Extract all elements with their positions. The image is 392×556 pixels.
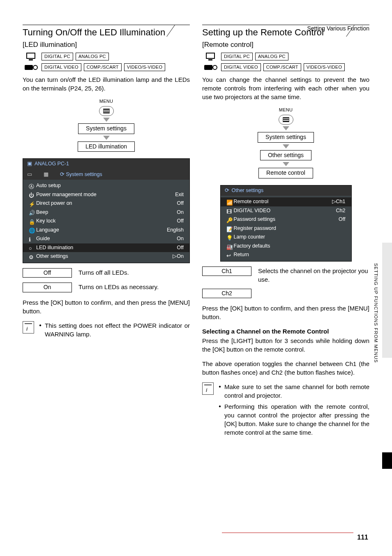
osd-row: 💡Lamp counter (221, 233, 351, 242)
svg-point-7 (213, 65, 217, 70)
option-box: Ch1 (202, 266, 251, 276)
osd-row: 📶Remote control▷Ch1 (221, 197, 351, 206)
note-item: Make sure to set the same channel for bo… (219, 382, 369, 400)
note-icon (202, 382, 214, 395)
arrow-down-icon (103, 118, 110, 122)
right-column: Setting up the Remote Control [Remote co… (202, 25, 369, 540)
option-box: Off (23, 268, 72, 278)
badge: DIGITAL PC (221, 53, 253, 60)
path-step: System settings (258, 132, 314, 143)
badge: DIGITAL VIDEO (221, 63, 261, 71)
badge: ANALOG PC (76, 53, 109, 60)
description-right: You can change the channel settings to p… (202, 75, 369, 101)
osd-row: 🔑Password settingsOff (221, 215, 351, 224)
note-left: This setting does not effect the POWER i… (23, 321, 190, 341)
sub-p1: Press the [LIGHT] button for 3 seconds w… (202, 336, 369, 354)
option-desc: Selects the channel on the projector you… (258, 266, 369, 284)
svg-rect-6 (204, 65, 212, 70)
option-box: Ch2 (202, 289, 251, 299)
subheading-right: Selecting a Channel on the Remote Contro… (202, 327, 369, 336)
osd-tab-label: System settings (66, 171, 102, 177)
badge: COMP./SCART (263, 63, 301, 71)
path-step: Remote control (258, 168, 313, 178)
osd-header-text: Other settings (232, 187, 264, 195)
osd-row: 🌐LanguageEnglish (23, 226, 189, 235)
osd-row: 🎞DIGITAL VIDEOCh2 (221, 206, 351, 215)
osd-tabs: ▭▦⟳ System settings (23, 169, 189, 180)
osd-row: 🔊BeepOn (23, 208, 189, 217)
badge-row-pc: DIGITAL PC ANALOG PC (23, 52, 190, 61)
page-number: 111 (357, 533, 368, 542)
osd-row: ⚙Other settings▷On (23, 252, 189, 261)
menu-path-left: MENU System settings LED illumination (23, 98, 190, 152)
option-row: OffTurns off all LEDs. (23, 268, 190, 278)
arrow-down-icon (103, 136, 110, 140)
arrow-down-icon (283, 126, 289, 130)
osd-row: ⒶAuto setup (23, 181, 189, 190)
osd-header-text: ANALOG PC-1 (35, 160, 69, 168)
badge: COMP./SCART (84, 63, 122, 71)
section-title-right: Setting up the Remote Control (202, 25, 369, 39)
option-desc: Turns on LEDs as necessary. (78, 283, 190, 291)
description-left: You can turn on/off the LED illumination… (23, 75, 190, 93)
svg-rect-2 (25, 65, 33, 70)
svg-rect-5 (208, 59, 212, 60)
arrow-down-icon (283, 162, 289, 166)
path-step: Other settings (260, 150, 311, 161)
after-text-left: Press the [OK] button to confirm, and th… (23, 298, 190, 315)
badge: DIGITAL VIDEO (42, 63, 81, 71)
path-step: System settings (78, 123, 134, 134)
svg-rect-0 (27, 53, 35, 58)
section-subhead-left: [LED illumination] (23, 40, 190, 50)
option-row: Ch1Selects the channel on the projector … (202, 266, 369, 284)
osd-row: 🏭Factory defaults (221, 242, 351, 251)
menu-button-icon (279, 115, 293, 125)
svg-rect-4 (206, 53, 214, 58)
left-column: Turning On/Off the LED Illumination [LED… (23, 25, 190, 540)
osd-row: 📝Register password (221, 224, 351, 233)
osd-row: ⏻Power management modeExit (23, 190, 189, 199)
section-subhead-right: [Remote control] (202, 40, 369, 50)
note-text: This setting does not effect the POWER i… (45, 321, 190, 338)
arrow-down-icon (283, 144, 289, 148)
badge-row-video: DIGITAL VIDEO COMP./SCART VIDEO/S-VIDEO (23, 63, 190, 72)
menu-path-right: MENU System settings Other settings Remo… (202, 107, 369, 178)
note-icon (23, 321, 34, 334)
video-icon (202, 63, 219, 72)
option-row: Ch2 (202, 289, 369, 299)
osd-header: ▣ ANALOG PC-1 (23, 159, 189, 169)
sub-p2: The above operation toggles the channel … (202, 359, 369, 377)
badge: VIDEO/S-VIDEO (124, 63, 165, 71)
option-desc: Turns off all LEDs. (78, 268, 190, 277)
osd-row: ⚡Direct power onOff (23, 199, 189, 208)
option-row: OnTurns on LEDs as necessary. (23, 283, 190, 292)
svg-point-3 (33, 65, 37, 70)
page-number-rule (222, 533, 353, 533)
menu-label: MENU (279, 107, 293, 113)
menu-label: MENU (99, 98, 113, 104)
menu-button-icon (99, 106, 114, 116)
osd-row: ○LED illuminationOff (23, 243, 189, 253)
pc-icon (23, 52, 39, 61)
osd-row: ↩Return (221, 250, 351, 259)
osd-row: ℹGuideOn (23, 234, 189, 243)
after-text-right: Press the [OK] button to confirm, and th… (202, 304, 369, 321)
path-step: LED illumination (78, 141, 135, 152)
osd-screenshot-right: ⟳ Other settings 📶Remote control▷Ch1🎞DIG… (220, 185, 352, 262)
note-right: Make sure to set the same channel for bo… (202, 382, 369, 439)
badge: VIDEO/S-VIDEO (304, 63, 345, 71)
pc-icon (202, 52, 219, 61)
osd-row: 🔒Key lockOff (23, 217, 189, 226)
badge: ANALOG PC (255, 53, 288, 60)
osd-screenshot-left: ▣ ANALOG PC-1 ▭▦⟳ System settings ⒶAuto … (23, 158, 190, 263)
badge-row-pc: DIGITAL PC ANALOG PC (202, 52, 369, 61)
section-title-left: Turning On/Off the LED Illumination (23, 25, 190, 39)
osd-header: ⟳ Other settings (221, 185, 351, 196)
badge: DIGITAL PC (42, 53, 73, 60)
video-icon (23, 63, 39, 72)
badge-row-video: DIGITAL VIDEO COMP./SCART VIDEO/S-VIDEO (202, 63, 369, 72)
note-item: Performing this operation with the remot… (219, 402, 369, 437)
svg-rect-1 (29, 59, 33, 60)
option-box: On (23, 283, 72, 292)
